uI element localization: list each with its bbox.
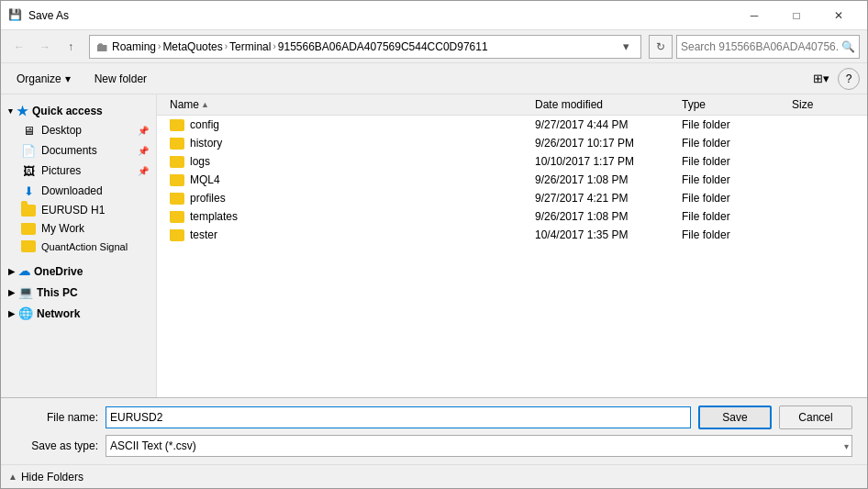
address-part-terminal[interactable]: Terminal xyxy=(229,40,271,53)
eurusd-folder-icon xyxy=(21,205,36,217)
file-list-header: Name ▲ Date modified Type Size xyxy=(157,94,867,116)
sidebar-item-eurusd-label: EURUSD H1 xyxy=(41,204,105,217)
hide-folders-chevron-icon: ▲ xyxy=(8,472,17,482)
sidebar-item-quantaction[interactable]: QuantAction Signal xyxy=(1,238,156,255)
quantaction-folder-icon xyxy=(21,240,36,252)
view-icon: ⊞ xyxy=(813,72,823,85)
navigation-toolbar: ← → ↑ 🖿 Roaming › MetaQuotes › Terminal … xyxy=(1,30,867,63)
savetype-label: Save as type: xyxy=(16,439,98,452)
sidebar-section-thispc[interactable]: ▶ 💻 This PC xyxy=(1,280,156,301)
address-bar: 🖿 Roaming › MetaQuotes › Terminal › 9155… xyxy=(89,35,641,59)
address-part-roaming[interactable]: Roaming xyxy=(112,40,156,53)
sidebar-item-pictures-label: Pictures xyxy=(41,164,81,177)
folder-icon xyxy=(170,119,184,131)
filename-input[interactable] xyxy=(106,406,691,428)
file-date: 10/4/2017 1:35 PM xyxy=(529,226,676,244)
column-header-date[interactable]: Date modified xyxy=(529,94,676,115)
hide-folders-label[interactable]: Hide Folders xyxy=(21,471,83,483)
file-type: File folder xyxy=(676,116,786,134)
sidebar-item-documents[interactable]: 📄 Documents 📌 xyxy=(1,140,156,161)
sidebar-section-onedrive[interactable]: ▶ ☁ OneDrive xyxy=(1,259,156,280)
sidebar-item-desktop[interactable]: 🖥 Desktop 📌 xyxy=(1,120,156,140)
main-content: ▾ ★ Quick access 🖥 Desktop 📌 📄 Documents… xyxy=(1,94,867,397)
file-size xyxy=(786,134,860,152)
sidebar-item-mywork[interactable]: My Work xyxy=(1,219,156,238)
sidebar-item-downloaded[interactable]: ⬇ Downloaded xyxy=(1,181,156,201)
file-date: 9/26/2017 10:17 PM xyxy=(529,134,676,152)
file-size xyxy=(786,116,860,134)
window-icon: 💾 xyxy=(8,8,23,23)
sidebar-section-quick-access[interactable]: ▾ ★ Quick access xyxy=(1,98,156,120)
thispc-label: This PC xyxy=(37,286,78,299)
sidebar: ▾ ★ Quick access 🖥 Desktop 📌 📄 Documents… xyxy=(1,94,157,397)
maximize-button[interactable]: □ xyxy=(775,1,818,30)
address-dropdown-button[interactable]: ▾ xyxy=(617,36,635,58)
file-type: File folder xyxy=(676,189,786,207)
table-row[interactable]: templates9/26/2017 1:08 PMFile folder xyxy=(157,207,867,226)
bottom-panel: File name: Save Cancel Save as type: ASC… xyxy=(1,397,867,464)
up-button[interactable]: ↑ xyxy=(60,36,82,58)
cancel-button[interactable]: Cancel xyxy=(779,406,852,429)
view-button[interactable]: ⊞ ▾ xyxy=(808,67,834,91)
new-folder-button[interactable]: New folder xyxy=(86,67,155,91)
network-chevron-icon: ▶ xyxy=(8,309,15,318)
file-size xyxy=(786,152,860,171)
sidebar-section-network[interactable]: ▶ 🌐 Network xyxy=(1,301,156,322)
documents-icon: 📄 xyxy=(21,143,36,158)
table-row[interactable]: logs10/10/2017 1:17 PMFile folder xyxy=(157,152,867,171)
folder-icon xyxy=(170,211,184,223)
savetype-select[interactable]: ASCII Text (*.csv) xyxy=(106,435,852,457)
address-part-hash[interactable]: 915566BA06ADA407569C544CC0D97611 xyxy=(278,40,488,53)
filename-label: File name: xyxy=(16,411,98,424)
search-input[interactable] xyxy=(681,40,838,53)
column-header-type[interactable]: Type xyxy=(676,94,786,115)
savetype-row: Save as type: ASCII Text (*.csv) ▾ xyxy=(16,435,852,457)
thispc-icon: 💻 xyxy=(18,285,33,299)
address-part-metaquotes[interactable]: MetaQuotes xyxy=(162,40,222,53)
quick-access-chevron-icon: ▾ xyxy=(8,106,13,116)
file-date: 9/27/2017 4:44 PM xyxy=(529,116,676,134)
desktop-icon: 🖥 xyxy=(21,123,36,138)
organize-toolbar: Organize ▾ New folder ⊞ ▾ ? xyxy=(1,63,867,94)
table-row[interactable]: MQL49/26/2017 1:08 PMFile folder xyxy=(157,171,867,189)
file-type: File folder xyxy=(676,226,786,244)
table-row[interactable]: history9/26/2017 10:17 PMFile folder xyxy=(157,134,867,152)
close-button[interactable]: ✕ xyxy=(818,1,860,30)
file-size xyxy=(786,189,860,207)
table-row[interactable]: profiles9/27/2017 4:21 PMFile folder xyxy=(157,189,867,207)
sidebar-item-downloaded-label: Downloaded xyxy=(41,184,103,197)
folder-icon xyxy=(170,138,184,150)
table-row[interactable]: tester10/4/2017 1:35 PMFile folder xyxy=(157,226,867,244)
file-name: history xyxy=(190,137,222,150)
window-title: Save As xyxy=(28,9,733,22)
column-header-name[interactable]: Name ▲ xyxy=(164,94,529,115)
file-date: 9/26/2017 1:08 PM xyxy=(529,171,676,189)
folder-icon xyxy=(170,174,184,186)
address-parts: Roaming › MetaQuotes › Terminal › 915566… xyxy=(112,40,613,53)
file-type: File folder xyxy=(676,171,786,189)
sidebar-item-eurusd[interactable]: EURUSD H1 xyxy=(1,201,156,219)
quick-access-star-icon: ★ xyxy=(17,104,28,118)
sidebar-item-pictures[interactable]: 🖼 Pictures 📌 xyxy=(1,161,156,181)
pin-icon-docs: 📌 xyxy=(138,146,149,156)
help-icon: ? xyxy=(846,72,852,85)
table-row[interactable]: config9/27/2017 4:44 PMFile folder xyxy=(157,116,867,134)
forward-button[interactable]: → xyxy=(34,36,56,58)
refresh-button[interactable]: ↻ xyxy=(649,35,673,59)
back-button[interactable]: ← xyxy=(8,36,30,58)
file-name: MQL4 xyxy=(190,173,220,186)
organize-button[interactable]: Organize ▾ xyxy=(8,67,79,91)
folder-icon xyxy=(170,229,184,241)
pictures-icon: 🖼 xyxy=(21,163,36,178)
folder-icon xyxy=(170,193,184,205)
column-header-size[interactable]: Size xyxy=(786,94,860,115)
pin-icon: 📌 xyxy=(138,126,149,136)
sidebar-item-quantaction-label: QuantAction Signal xyxy=(41,241,128,252)
save-button[interactable]: Save xyxy=(698,406,772,429)
minimize-button[interactable]: ─ xyxy=(733,1,775,30)
footer-bar: ▲ Hide Folders xyxy=(1,464,867,488)
file-size xyxy=(786,171,860,189)
help-button[interactable]: ? xyxy=(838,68,860,90)
onedrive-label: OneDrive xyxy=(34,265,83,278)
toolbar-right: ⊞ ▾ ? xyxy=(808,67,860,91)
